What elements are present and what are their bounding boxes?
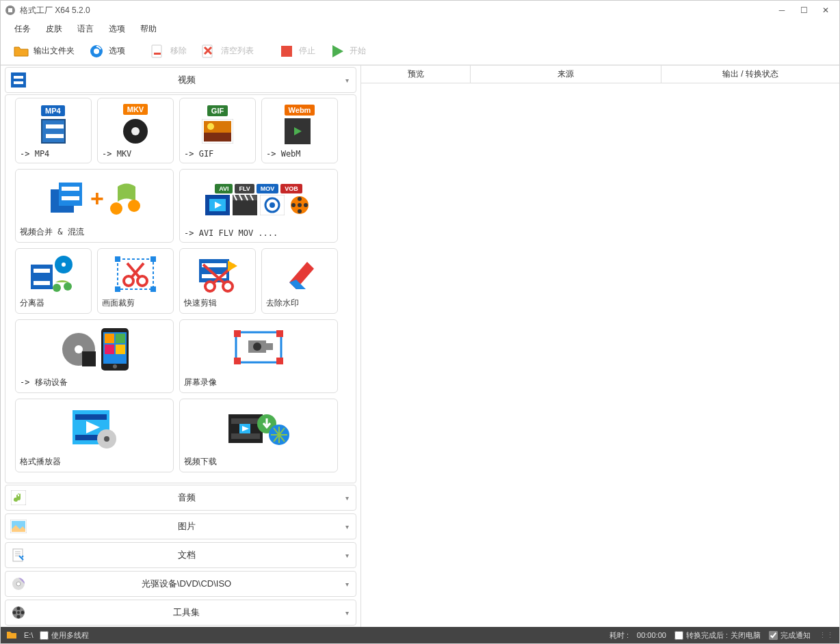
col-preview[interactable]: 预览	[361, 66, 471, 83]
category-audio[interactable]: 音频 ▾	[5, 485, 356, 511]
output-folder-button[interactable]: 输出文件夹	[8, 40, 80, 62]
category-video[interactable]: 视频 ▾	[5, 67, 356, 93]
notify-toggle[interactable]: 完成通知	[769, 630, 811, 641]
stop-button[interactable]: 停止	[273, 40, 321, 62]
svg-rect-67	[276, 330, 283, 337]
category-rom[interactable]: 光驱设备\DVD\CD\ISO ▾	[5, 571, 356, 597]
chevron-down-icon: ▾	[345, 609, 349, 617]
chevron-down-icon: ▾	[345, 552, 349, 559]
stop-label: 停止	[299, 45, 315, 57]
svg-rect-18	[59, 183, 82, 206]
toolbar: 输出文件夹 选项 移除 清空列表 停止 开始	[1, 38, 839, 65]
tile-mkv[interactable]: MKV -> MKV	[97, 98, 174, 163]
svg-rect-62	[105, 345, 114, 354]
after-toggle[interactable]: 转换完成后 : 关闭电脑	[674, 630, 761, 641]
svg-point-64	[113, 364, 117, 368]
svg-point-91	[17, 611, 20, 614]
tile-splitter-label: 分离器	[20, 297, 87, 309]
start-button[interactable]: 开始	[324, 40, 371, 62]
tile-avi-flv-mov[interactable]: AVI FLV MOV VOB -> AVI FLV MOV ....	[179, 169, 338, 243]
svg-point-94	[13, 611, 16, 615]
splitter-icon	[29, 255, 77, 293]
after-checkbox[interactable]	[674, 631, 683, 640]
tile-webm[interactable]: Webm -> WebM	[261, 98, 338, 163]
tile-quickcut-label: 快速剪辑	[184, 297, 251, 309]
tile-gif-label: -> GIF	[184, 149, 251, 159]
svg-point-34	[291, 203, 296, 207]
tile-crop[interactable]: 画面裁剪	[97, 248, 174, 314]
list-body[interactable]	[361, 83, 839, 627]
menu-language[interactable]: 语言	[70, 21, 101, 38]
tile-download[interactable]: 视频下载	[179, 399, 338, 472]
tile-mp4[interactable]: MP4 -> MP4	[15, 98, 92, 163]
menu-help[interactable]: 帮助	[133, 21, 163, 38]
app-icon	[5, 5, 16, 16]
svg-point-56	[75, 345, 83, 353]
notify-checkbox[interactable]	[769, 631, 778, 640]
svg-rect-44	[115, 256, 120, 262]
col-source[interactable]: 来源	[471, 66, 661, 83]
svg-rect-50	[199, 259, 229, 282]
tile-mobile[interactable]: -> 移动设备	[15, 319, 174, 393]
minimize-button[interactable]: ─	[776, 5, 787, 16]
menu-skin[interactable]: 皮肤	[39, 21, 69, 38]
tile-watermark[interactable]: 去除水印	[261, 248, 338, 314]
multithread-checkbox[interactable]	[40, 631, 49, 640]
svg-point-77	[104, 436, 109, 442]
tile-screenrec-label: 屏幕录像	[184, 377, 333, 388]
category-toolset[interactable]: 工具集 ▾	[5, 600, 356, 626]
tile-avi-label: -> AVI FLV MOV ....	[184, 228, 333, 238]
maximize-button[interactable]: ☐	[798, 5, 809, 16]
close-button[interactable]: ✕	[820, 5, 831, 16]
tile-quickcut[interactable]: 快速剪辑	[179, 248, 256, 314]
svg-rect-66	[234, 330, 241, 337]
col-status[interactable]: 输出 / 转换状态	[661, 66, 839, 83]
multithread-toggle[interactable]: 使用多线程	[40, 630, 89, 641]
svg-point-89	[16, 582, 21, 586]
tile-splitter[interactable]: 分离器	[15, 248, 92, 314]
elapsed-label: 耗时 :	[609, 630, 629, 641]
menu-option[interactable]: 选项	[102, 21, 132, 38]
folder-small-icon	[6, 630, 17, 641]
svg-rect-47	[150, 286, 156, 292]
output-drive[interactable]: E:\	[24, 631, 33, 639]
notify-label: 完成通知	[780, 630, 811, 641]
tile-gif[interactable]: GIF -> GIF	[179, 98, 256, 163]
category-image[interactable]: 图片 ▾	[5, 513, 356, 539]
svg-rect-63	[116, 345, 125, 354]
svg-rect-60	[105, 334, 114, 343]
category-doc[interactable]: 文档 ▾	[5, 542, 356, 568]
tile-merge[interactable]: + 视频合并 & 混流	[15, 169, 174, 243]
phone-icon	[101, 328, 129, 371]
mp4-badge: MP4	[41, 105, 65, 116]
clear-list-button[interactable]: 清空列表	[195, 40, 259, 62]
option-button[interactable]: 选项	[83, 40, 131, 62]
menu-task[interactable]: 任务	[8, 21, 38, 38]
disc-film-icon	[60, 331, 97, 368]
svg-rect-57	[82, 351, 96, 366]
svg-point-16	[207, 123, 214, 130]
svg-point-22	[128, 200, 140, 212]
svg-point-95	[21, 611, 25, 615]
svg-rect-5	[154, 53, 161, 55]
remove-button[interactable]: 移除	[144, 40, 192, 62]
elapsed-time: 00:00:00	[637, 631, 666, 639]
option-label: 选项	[109, 45, 125, 57]
clear-icon	[200, 43, 217, 59]
tile-player[interactable]: 格式播放器	[15, 399, 174, 472]
tile-screenrec[interactable]: 屏幕录像	[179, 319, 338, 393]
tile-download-label: 视频下载	[184, 456, 333, 468]
start-label: 开始	[350, 45, 366, 57]
window-title: 格式工厂 X64 5.2.0	[20, 5, 776, 16]
svg-rect-61	[116, 334, 125, 343]
category-doc-label: 文档	[27, 549, 345, 561]
screen-cam-icon	[233, 330, 284, 369]
tile-player-label: 格式播放器	[20, 456, 169, 468]
svg-point-33	[298, 209, 302, 213]
list-header: 预览 来源 输出 / 转换状态	[361, 66, 839, 83]
tile-watermark-label: 去除水印	[266, 297, 333, 309]
chevron-down-icon: ▾	[345, 580, 349, 588]
clear-list-label: 清空列表	[221, 45, 254, 57]
reel-icon	[287, 195, 312, 215]
main-area: 视频 ▾ MP4 -> MP4	[1, 65, 839, 627]
